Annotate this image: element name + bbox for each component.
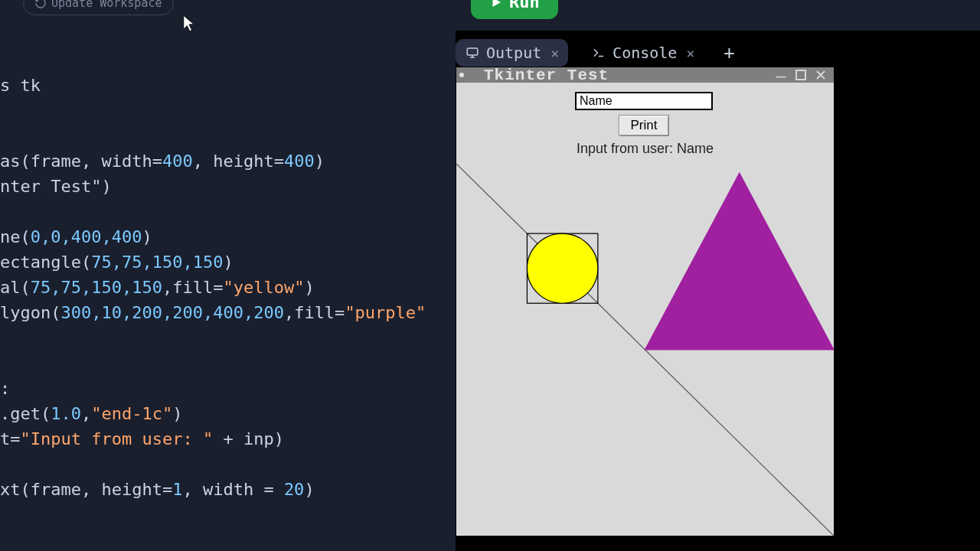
tab-console[interactable]: Console ×	[582, 39, 704, 67]
canvas-triangle	[645, 173, 835, 350]
canvas-oval	[527, 233, 597, 303]
tk-window-title: Tkinter Test	[469, 67, 771, 84]
name-input[interactable]: Name	[575, 92, 713, 110]
maximize-icon	[795, 69, 807, 81]
close-button[interactable]	[811, 67, 831, 83]
svg-rect-0	[467, 48, 478, 55]
close-icon	[815, 69, 827, 81]
update-workspace-label: Update Workspace	[51, 0, 162, 10]
maximize-button[interactable]	[791, 67, 811, 83]
tab-output[interactable]: Output ×	[456, 39, 568, 67]
add-tab-button[interactable]: +	[717, 41, 740, 65]
status-label: Input from user: Name	[456, 141, 834, 157]
refresh-icon	[34, 0, 47, 9]
play-icon	[489, 0, 503, 9]
tk-canvas[interactable]	[456, 164, 834, 536]
tab-console-label: Console	[612, 44, 677, 62]
terminal-icon	[591, 46, 606, 60]
tk-titlebar[interactable]: Tkinter Test —	[456, 67, 834, 83]
close-icon[interactable]: ×	[686, 45, 694, 61]
minimize-button[interactable]: —	[771, 67, 791, 83]
tab-output-label: Output	[486, 44, 541, 62]
output-tabstrip: Output × Console × +	[456, 37, 741, 69]
monitor-icon	[465, 46, 480, 60]
run-button[interactable]: Run	[471, 0, 558, 19]
run-label: Run	[509, 0, 540, 11]
code-editor[interactable]: s tk as(frame, width=400, height=400) nt…	[0, 31, 440, 551]
tk-window-body: Name Print Input from user: Name	[456, 83, 834, 536]
tk-modified-dot-icon	[459, 73, 464, 77]
print-button[interactable]: Print	[619, 115, 669, 136]
close-icon[interactable]: ×	[550, 45, 559, 61]
svg-rect-1	[796, 70, 805, 80]
update-workspace-button[interactable]: Update Workspace	[23, 0, 174, 15]
